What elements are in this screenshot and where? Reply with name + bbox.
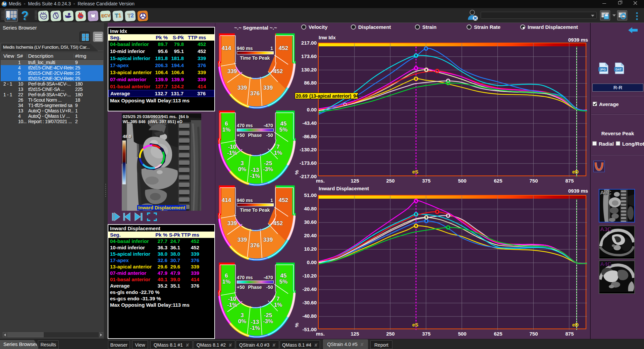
svg-text:M: M — [3, 2, 6, 6]
svg-text:1%: 1% — [222, 127, 231, 133]
svg-text:6: 6 — [225, 120, 228, 127]
svg-text:-13: -13 — [251, 319, 259, 325]
svg-text:376: 376 — [250, 90, 260, 97]
svg-text:-13: -13 — [251, 167, 259, 173]
svg-text:414: 414 — [222, 45, 231, 51]
svg-text:376: 376 — [250, 242, 260, 249]
svg-text:1%: 1% — [222, 279, 231, 285]
svg-text:339: 339 — [237, 237, 247, 243]
svg-text:3: 3 — [240, 312, 244, 318]
svg-text:7: 7 — [276, 296, 279, 302]
svg-text:339: 339 — [227, 68, 237, 74]
svg-text:339: 339 — [227, 220, 237, 227]
svg-text:DAT: DAT — [615, 68, 622, 71]
svg-text:414: 414 — [222, 197, 231, 203]
svg-text:-25: -25 — [264, 312, 272, 318]
svg-text:-10: -10 — [228, 296, 236, 302]
svg-text:-10: -10 — [228, 144, 236, 150]
svg-text:5%: 5% — [279, 279, 288, 285]
svg-text:452: 452 — [279, 45, 288, 51]
svg-text:-3%: -3% — [263, 166, 273, 172]
svg-text:452: 452 — [273, 220, 283, 227]
svg-text:5%: 5% — [279, 127, 288, 133]
svg-text:6: 6 — [225, 272, 228, 279]
svg-text:1%: 1% — [274, 150, 282, 156]
svg-text:452: 452 — [273, 68, 283, 74]
svg-text:339: 339 — [237, 85, 247, 91]
svg-text:0%: 0% — [238, 166, 247, 172]
svg-text:-1%: -1% — [227, 150, 237, 156]
svg-text:-1%: -1% — [250, 325, 260, 331]
svg-text:3: 3 — [240, 160, 244, 166]
svg-text:-1%: -1% — [250, 173, 260, 179]
svg-text:7: 7 — [276, 144, 279, 150]
svg-text:339: 339 — [263, 85, 273, 91]
svg-text:-25: -25 — [264, 160, 272, 166]
svg-text:1%: 1% — [274, 302, 282, 308]
svg-text:339: 339 — [263, 237, 273, 243]
svg-text:0%: 0% — [238, 318, 247, 325]
svg-text:-1%: -1% — [227, 302, 237, 308]
svg-text:JPG: JPG — [600, 68, 606, 71]
svg-text:-3%: -3% — [263, 318, 273, 325]
